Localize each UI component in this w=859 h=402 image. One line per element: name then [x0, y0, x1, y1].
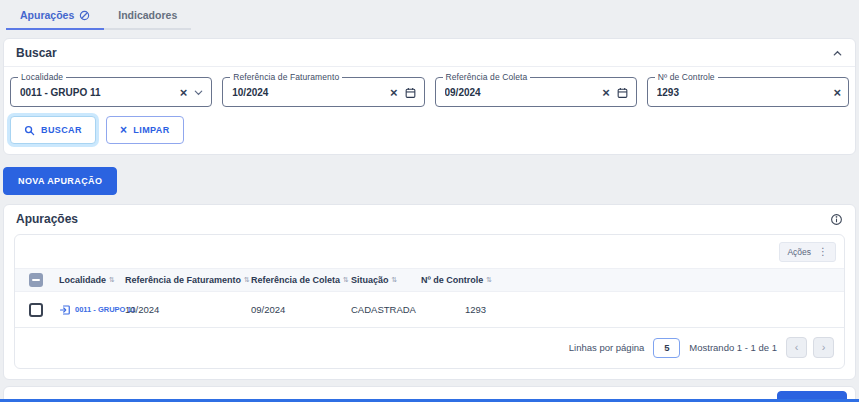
collapse-chevron-up-icon[interactable] [832, 48, 843, 59]
referencia-coleta-input[interactable] [445, 87, 597, 98]
results-panel-header: Apurações [4, 205, 855, 232]
search-panel-header: Buscar [4, 39, 855, 67]
rows-per-page-select[interactable]: 5 [653, 338, 680, 358]
search-icon [24, 125, 35, 136]
tab-apuracoes[interactable]: Apurações [6, 3, 104, 30]
numero-controle-input[interactable] [657, 87, 828, 98]
sort-icon: ⇅ [486, 276, 492, 284]
referencia-coleta-field: Referência de Coleta × [435, 77, 637, 107]
search-panel-title: Buscar [16, 46, 57, 60]
limpar-button-label: LIMPAR [133, 125, 169, 135]
localidade-field-label: Localidade [18, 72, 66, 82]
referencia-faturamento-input[interactable] [232, 87, 384, 98]
results-panel: Apurações Ações ⋮ Localidade [3, 204, 856, 380]
search-fields-row: Localidade × Referência de Faturamento × [4, 67, 855, 112]
col-referencia-faturamento[interactable]: Referência de Faturamento [125, 275, 241, 285]
sort-icon: ⇅ [244, 276, 250, 284]
col-localidade[interactable]: Localidade [59, 275, 106, 285]
numero-controle-field: Nº de Controle × [647, 77, 849, 107]
blocked-circle-icon [79, 10, 90, 21]
chevron-down-icon[interactable] [193, 87, 204, 98]
col-numero-controle[interactable]: Nº de Controle [421, 275, 483, 285]
sort-icon: ⇅ [392, 276, 398, 284]
nova-apuracao-button[interactable]: NOVA APURAÇÃO [3, 167, 117, 195]
referencia-coleta-field-label: Referência de Coleta [443, 72, 531, 82]
kebab-icon: ⋮ [818, 247, 828, 257]
clear-icon[interactable]: × [602, 86, 610, 99]
results-panel-title: Apurações [16, 212, 78, 226]
info-icon[interactable] [830, 213, 843, 226]
table-header-row: Localidade⇅ Referência de Faturamento⇅ R… [15, 268, 844, 292]
sort-icon: ⇅ [343, 276, 349, 284]
table-row: 0011 - GRUPO 11 10/2024 09/2024 CADASTRA… [15, 292, 844, 328]
localidade-field: Localidade × [10, 77, 212, 107]
showing-label: Mostrando 1 - 1 de 1 [689, 342, 777, 353]
tab-indicadores-label: Indicadores [118, 9, 177, 21]
cell-numero-controle: 1293 [421, 304, 834, 315]
clear-icon[interactable]: × [390, 86, 398, 99]
search-buttons-row: BUSCAR × LIMPAR [4, 112, 855, 154]
buscar-button[interactable]: BUSCAR [10, 116, 96, 144]
app-window: Apurações Indicadores Buscar [0, 0, 859, 402]
cell-situacao: CADASTRADA [351, 304, 421, 315]
next-page-button[interactable]: › [813, 337, 834, 358]
clear-icon[interactable]: × [180, 86, 188, 99]
buscar-button-label: BUSCAR [41, 125, 82, 135]
open-record-icon[interactable] [59, 304, 71, 316]
clear-icon: × [120, 124, 127, 136]
tab-indicadores[interactable]: Indicadores [104, 3, 191, 30]
calendar-icon[interactable] [616, 86, 629, 99]
pagination-bar: Linhas por página 5 Mostrando 1 - 1 de 1… [15, 328, 844, 368]
row-checkbox[interactable] [29, 303, 43, 317]
acoes-button-label: Ações [787, 247, 811, 257]
col-situacao[interactable]: Situação [351, 275, 389, 285]
referencia-faturamento-field-label: Referência de Faturamento [230, 72, 342, 82]
rows-per-page-label: Linhas por página [569, 342, 645, 353]
numero-controle-field-label: Nº de Controle [655, 72, 718, 82]
cell-referencia-faturamento: 10/2024 [125, 304, 251, 315]
calendar-icon[interactable] [404, 86, 417, 99]
clear-icon[interactable]: × [833, 86, 841, 99]
acoes-button[interactable]: Ações ⋮ [779, 242, 836, 262]
referencia-faturamento-field: Referência de Faturamento × [222, 77, 424, 107]
tab-apuracoes-label: Apurações [20, 9, 74, 21]
limpar-button[interactable]: × LIMPAR [106, 116, 184, 144]
localidade-input[interactable] [20, 87, 174, 98]
table-toolbar: Ações ⋮ [15, 235, 844, 268]
table-card: Ações ⋮ Localidade⇅ Referência de Fatura… [14, 234, 845, 369]
tab-bar: Apurações Indicadores [0, 0, 859, 30]
search-panel: Buscar Localidade × [3, 38, 856, 155]
new-record-row: NOVA APURAÇÃO [3, 167, 856, 195]
prev-page-button[interactable]: ‹ [786, 337, 807, 358]
cell-referencia-coleta: 09/2024 [251, 304, 351, 315]
page-content: Buscar Localidade × [0, 38, 859, 402]
sort-icon: ⇅ [109, 276, 115, 284]
select-all-checkbox[interactable] [29, 273, 43, 287]
col-referencia-coleta[interactable]: Referência de Coleta [251, 275, 340, 285]
